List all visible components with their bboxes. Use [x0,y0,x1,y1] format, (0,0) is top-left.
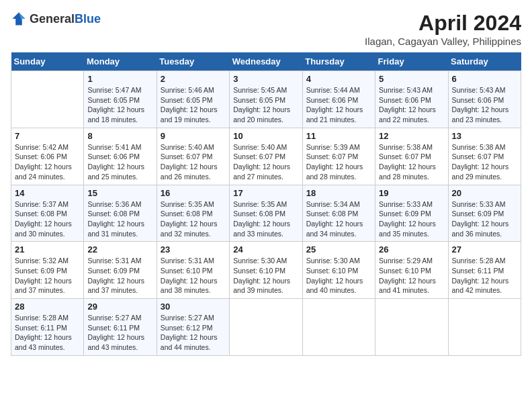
calendar-cell: 9Sunrise: 5:40 AM Sunset: 6:07 PM Daylig… [157,128,229,185]
day-info: Sunrise: 5:43 AM Sunset: 6:06 PM Dayligh… [379,85,444,125]
calendar-cell: 3Sunrise: 5:45 AM Sunset: 6:05 PM Daylig… [230,71,302,128]
header: GeneralBlue April 2024 Ilagan, Cagayan V… [11,11,521,47]
title-area: April 2024 Ilagan, Cagayan Valley, Phili… [365,11,521,47]
day-number: 29 [87,302,152,312]
week-row-2: 7Sunrise: 5:42 AM Sunset: 6:06 PM Daylig… [11,128,521,185]
day-info: Sunrise: 5:42 AM Sunset: 6:06 PM Dayligh… [15,142,80,182]
weekday-header-wednesday: Wednesday [230,52,302,71]
day-number: 4 [306,74,371,84]
day-info: Sunrise: 5:45 AM Sunset: 6:05 PM Dayligh… [233,85,298,125]
day-number: 26 [379,244,444,255]
calendar-cell: 17Sunrise: 5:35 AM Sunset: 6:08 PM Dayli… [230,185,302,242]
logo-general: General [30,12,75,26]
day-info: Sunrise: 5:43 AM Sunset: 6:06 PM Dayligh… [452,85,517,125]
calendar-cell: 14Sunrise: 5:37 AM Sunset: 6:08 PM Dayli… [11,185,84,242]
calendar-cell: 5Sunrise: 5:43 AM Sunset: 6:06 PM Daylig… [375,71,448,128]
day-number: 3 [233,74,298,84]
day-info: Sunrise: 5:41 AM Sunset: 6:06 PM Dayligh… [87,142,152,182]
calendar-cell: 24Sunrise: 5:30 AM Sunset: 6:10 PM Dayli… [230,242,302,299]
day-info: Sunrise: 5:37 AM Sunset: 6:08 PM Dayligh… [15,199,80,239]
day-info: Sunrise: 5:39 AM Sunset: 6:07 PM Dayligh… [306,142,371,182]
week-row-1: 1Sunrise: 5:47 AM Sunset: 6:05 PM Daylig… [11,71,521,128]
calendar-cell: 28Sunrise: 5:28 AM Sunset: 6:11 PM Dayli… [11,299,84,356]
calendar-cell: 13Sunrise: 5:38 AM Sunset: 6:07 PM Dayli… [448,128,521,185]
day-number: 1 [87,74,152,84]
day-number: 25 [306,244,371,255]
day-number: 17 [233,188,298,198]
calendar-cell: 25Sunrise: 5:30 AM Sunset: 6:10 PM Dayli… [302,242,375,299]
day-info: Sunrise: 5:28 AM Sunset: 6:11 PM Dayligh… [452,256,517,295]
day-info: Sunrise: 5:34 AM Sunset: 6:08 PM Dayligh… [306,199,371,239]
weekday-header-saturday: Saturday [448,52,521,71]
calendar-cell: 15Sunrise: 5:36 AM Sunset: 6:08 PM Dayli… [84,185,157,242]
day-number: 6 [452,74,517,84]
week-row-5: 28Sunrise: 5:28 AM Sunset: 6:11 PM Dayli… [11,299,521,356]
day-info: Sunrise: 5:30 AM Sunset: 6:10 PM Dayligh… [233,256,298,295]
calendar-cell: 8Sunrise: 5:41 AM Sunset: 6:06 PM Daylig… [84,128,157,185]
day-number: 21 [15,244,80,255]
day-number: 8 [87,131,152,141]
weekday-header-row: SundayMondayTuesdayWednesdayThursdayFrid… [11,52,521,71]
day-info: Sunrise: 5:44 AM Sunset: 6:06 PM Dayligh… [306,85,371,125]
week-row-4: 21Sunrise: 5:32 AM Sunset: 6:09 PM Dayli… [11,242,521,299]
day-info: Sunrise: 5:46 AM Sunset: 6:05 PM Dayligh… [161,85,226,125]
logo-icon [11,11,27,27]
calendar-cell: 29Sunrise: 5:27 AM Sunset: 6:11 PM Dayli… [84,299,157,356]
calendar-cell: 19Sunrise: 5:33 AM Sunset: 6:09 PM Dayli… [375,185,448,242]
calendar-cell: 30Sunrise: 5:27 AM Sunset: 6:12 PM Dayli… [157,299,229,356]
week-row-3: 14Sunrise: 5:37 AM Sunset: 6:08 PM Dayli… [11,185,521,242]
day-info: Sunrise: 5:28 AM Sunset: 6:11 PM Dayligh… [15,313,80,353]
day-info: Sunrise: 5:35 AM Sunset: 6:08 PM Dayligh… [161,199,226,239]
calendar-cell: 23Sunrise: 5:31 AM Sunset: 6:10 PM Dayli… [157,242,229,299]
day-info: Sunrise: 5:30 AM Sunset: 6:10 PM Dayligh… [306,256,371,295]
day-info: Sunrise: 5:33 AM Sunset: 6:09 PM Dayligh… [452,199,517,239]
day-number: 12 [379,131,444,141]
calendar-cell: 27Sunrise: 5:28 AM Sunset: 6:11 PM Dayli… [448,242,521,299]
day-info: Sunrise: 5:31 AM Sunset: 6:10 PM Dayligh… [161,256,226,295]
logo-blue: Blue [75,12,101,26]
day-number: 24 [233,244,298,255]
day-number: 16 [161,188,226,198]
calendar-cell: 1Sunrise: 5:47 AM Sunset: 6:05 PM Daylig… [84,71,157,128]
calendar-cell [302,299,375,356]
calendar-cell: 16Sunrise: 5:35 AM Sunset: 6:08 PM Dayli… [157,185,229,242]
calendar-cell [375,299,448,356]
weekday-header-monday: Monday [84,52,157,71]
calendar-cell: 26Sunrise: 5:29 AM Sunset: 6:10 PM Dayli… [375,242,448,299]
day-info: Sunrise: 5:36 AM Sunset: 6:08 PM Dayligh… [87,199,152,239]
day-info: Sunrise: 5:38 AM Sunset: 6:07 PM Dayligh… [452,142,517,182]
day-number: 22 [87,244,152,255]
logo-text: GeneralBlue [30,12,101,26]
weekday-header-sunday: Sunday [11,52,84,71]
day-info: Sunrise: 5:47 AM Sunset: 6:05 PM Dayligh… [87,85,152,125]
calendar-cell: 22Sunrise: 5:31 AM Sunset: 6:09 PM Dayli… [84,242,157,299]
day-number: 15 [87,188,152,198]
calendar-cell: 2Sunrise: 5:46 AM Sunset: 6:05 PM Daylig… [157,71,229,128]
calendar-cell: 20Sunrise: 5:33 AM Sunset: 6:09 PM Dayli… [448,185,521,242]
logo: GeneralBlue [11,11,101,27]
weekday-header-thursday: Thursday [302,52,375,71]
day-number: 14 [15,188,80,198]
day-number: 11 [306,131,371,141]
calendar-cell: 6Sunrise: 5:43 AM Sunset: 6:06 PM Daylig… [448,71,521,128]
day-number: 30 [161,302,226,312]
calendar-table: SundayMondayTuesdayWednesdayThursdayFrid… [11,52,521,356]
calendar-cell [230,299,302,356]
day-info: Sunrise: 5:29 AM Sunset: 6:10 PM Dayligh… [379,256,444,295]
day-number: 9 [161,131,226,141]
day-info: Sunrise: 5:27 AM Sunset: 6:11 PM Dayligh… [87,313,152,353]
calendar-cell: 11Sunrise: 5:39 AM Sunset: 6:07 PM Dayli… [302,128,375,185]
calendar-cell: 12Sunrise: 5:38 AM Sunset: 6:07 PM Dayli… [375,128,448,185]
calendar-cell: 21Sunrise: 5:32 AM Sunset: 6:09 PM Dayli… [11,242,84,299]
weekday-header-friday: Friday [375,52,448,71]
day-info: Sunrise: 5:27 AM Sunset: 6:12 PM Dayligh… [161,313,226,353]
day-info: Sunrise: 5:33 AM Sunset: 6:09 PM Dayligh… [379,199,444,239]
day-number: 28 [15,302,80,312]
day-number: 2 [161,74,226,84]
day-number: 20 [452,188,517,198]
day-info: Sunrise: 5:40 AM Sunset: 6:07 PM Dayligh… [233,142,298,182]
day-info: Sunrise: 5:40 AM Sunset: 6:07 PM Dayligh… [161,142,226,182]
day-number: 23 [161,244,226,255]
day-info: Sunrise: 5:31 AM Sunset: 6:09 PM Dayligh… [87,256,152,295]
calendar-cell: 4Sunrise: 5:44 AM Sunset: 6:06 PM Daylig… [302,71,375,128]
